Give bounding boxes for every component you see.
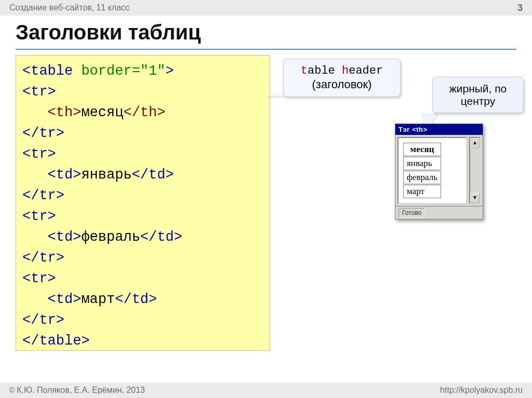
callout-th-style: жирный, по центру xyxy=(432,77,524,113)
rendered-td: февраль xyxy=(403,171,441,184)
scroll-up-button[interactable]: ▲ xyxy=(470,138,480,148)
page-title: Заголовки таблиц xyxy=(16,21,201,44)
rendered-th: месяц xyxy=(403,143,441,156)
browser-client: месяц январь февраль март ▲ ▼ xyxy=(395,135,483,206)
footer-url: http://kpolyakov.spb.ru xyxy=(440,386,523,395)
browser-titlebar: Тэг <th> xyxy=(395,124,483,135)
callout-hl-t: t xyxy=(301,64,308,77)
course-name: Создание веб-сайтов, 11 класс xyxy=(9,3,129,12)
header-bar: Создание веб-сайтов, 11 класс 3 xyxy=(0,0,532,16)
callout-subtitle: (заголовок) xyxy=(312,78,372,91)
browser-mock: Тэг <th> месяц январь февраль март ▲ ▼ Г… xyxy=(395,123,483,219)
browser-content: месяц январь февраль март xyxy=(397,137,467,204)
slide: Создание веб-сайтов, 11 класс 3 Заголовк… xyxy=(0,0,532,398)
title-underline xyxy=(16,49,516,50)
callout-table-header: table header (заголовок) xyxy=(283,59,401,97)
callout-1-tail xyxy=(263,90,284,97)
footer-authors: К.Ю. Поляков, Е.А. Ерёмин, 2013 xyxy=(9,386,145,395)
code-block: <table border="1"> <tr> <th>месяц</th> <… xyxy=(16,55,270,351)
rendered-td: январь xyxy=(403,157,441,170)
scrollbar[interactable]: ▲ ▼ xyxy=(469,137,481,204)
callout-hl-h: h xyxy=(342,64,349,77)
page-number: 3 xyxy=(517,3,523,13)
rendered-td: март xyxy=(403,185,441,198)
browser-statusbar: Готово xyxy=(395,206,483,219)
rendered-table: месяц январь февраль март xyxy=(403,142,442,199)
footer-bar: К.Ю. Поляков, Е.А. Ерёмин, 2013 http://k… xyxy=(0,382,532,398)
status-text: Готово xyxy=(398,208,425,217)
scroll-down-button[interactable]: ▼ xyxy=(470,193,480,203)
